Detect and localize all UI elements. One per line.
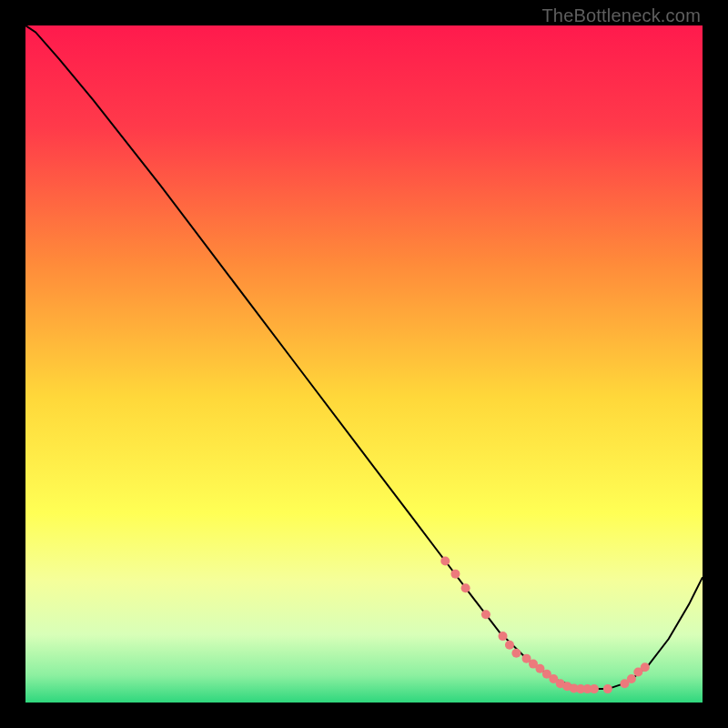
highlight-point	[499, 632, 508, 641]
highlight-point	[481, 610, 490, 619]
highlight-point	[505, 641, 514, 650]
highlight-point	[641, 662, 650, 672]
attribution-text: TheBottleneck.com	[541, 5, 701, 26]
highlight-point	[450, 570, 460, 579]
highlight-point	[590, 684, 599, 693]
bottleneck-chart	[25, 25, 703, 703]
gradient-background	[25, 25, 703, 703]
highlight-point	[461, 583, 470, 592]
highlight-point	[627, 674, 636, 683]
highlight-point	[603, 684, 612, 693]
plot-area	[25, 25, 703, 703]
chart-frame: TheBottleneck.com	[0, 0, 728, 728]
highlight-point	[511, 649, 521, 658]
highlight-point	[440, 557, 450, 566]
